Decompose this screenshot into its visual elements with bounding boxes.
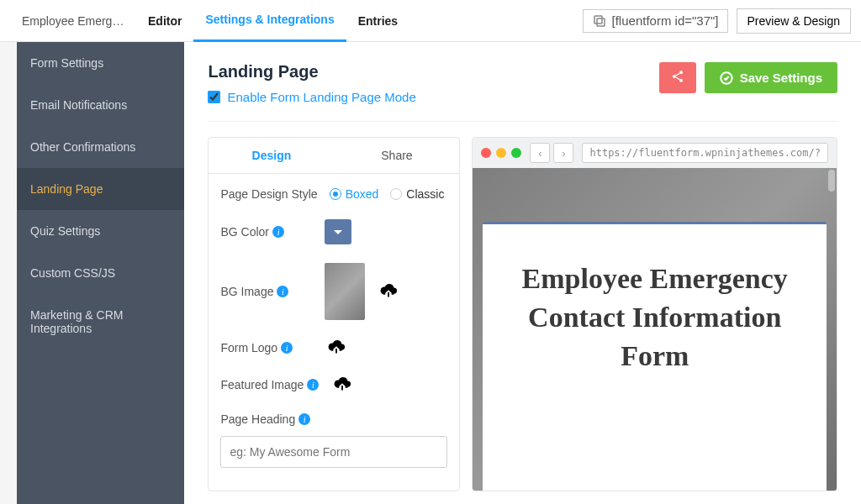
label-bg-color: BG Color i (220, 225, 313, 239)
url-bar[interactable]: https://fluentform.wpninjathemes.com/? (582, 143, 828, 163)
enable-landing-page-label: Enable Form Landing Page Mode (227, 90, 415, 104)
preview-card: Employee Emergency Contact Information F… (483, 222, 827, 491)
svg-point-4 (679, 79, 683, 82)
topbar: Employee Emergenc... Editor Settings & I… (0, 0, 861, 42)
label-page-heading: Page Heading i (220, 412, 447, 426)
traffic-yellow-icon (496, 148, 506, 158)
svg-point-2 (679, 71, 683, 74)
sidebar: Form Settings Email Notifications Other … (17, 42, 184, 504)
sidebar-item-other-confirmations[interactable]: Other Confirmations (17, 126, 184, 168)
svg-rect-0 (597, 18, 605, 26)
design-tab-share[interactable]: Share (334, 138, 459, 173)
svg-rect-1 (594, 16, 602, 24)
info-icon[interactable]: i (307, 379, 319, 391)
info-icon[interactable]: i (277, 286, 288, 297)
traffic-green-icon (511, 148, 521, 158)
traffic-red-icon (481, 148, 491, 158)
design-body: Page Design Style Boxed Classic (209, 174, 459, 481)
tab-editor[interactable]: Editor (136, 1, 193, 41)
radio-boxed-label: Boxed (346, 187, 379, 201)
browser-bar: ‹ › https://fluentform.wpninjathemes.com… (473, 138, 837, 168)
sidebar-item-marketing-crm[interactable]: Marketing & CRM Integrations (17, 294, 184, 349)
share-icon (671, 70, 684, 83)
label-page-design-style: Page Design Style (220, 187, 317, 201)
page-header: Landing Page Enable Form Landing Page Mo… (208, 62, 837, 122)
check-circle-icon (720, 71, 733, 85)
label-page-heading-text: Page Heading (220, 412, 295, 426)
design-tab-design[interactable]: Design (209, 138, 334, 173)
main: Form Settings Email Notifications Other … (0, 42, 861, 504)
field-bg-color: BG Color i (220, 219, 447, 244)
sidebar-item-quiz-settings[interactable]: Quiz Settings (17, 210, 184, 252)
style-radio-group: Boxed Classic (330, 187, 445, 201)
cloud-upload-icon[interactable] (377, 282, 400, 301)
field-page-design-style: Page Design Style Boxed Classic (220, 187, 447, 201)
copy-icon (592, 13, 607, 29)
nav-back-button[interactable]: ‹ (530, 143, 550, 163)
field-featured-image: Featured Image i (220, 375, 447, 394)
scrollbar[interactable] (828, 170, 835, 192)
tab-settings[interactable]: Settings & Integrations (193, 0, 346, 42)
radio-dot-icon (330, 188, 341, 200)
sidebar-item-email-notifications[interactable]: Email Notifications (17, 84, 184, 126)
enable-landing-page-row[interactable]: Enable Form Landing Page Mode (208, 90, 415, 104)
header-actions: Save Settings (659, 62, 837, 93)
bg-color-picker[interactable] (325, 219, 351, 244)
design-tabs: Design Share (209, 138, 459, 174)
label-bg-image: BG Image i (220, 285, 313, 298)
breadcrumb[interactable]: Employee Emergenc... (10, 14, 136, 28)
label-form-logo: Form Logo i (220, 341, 313, 354)
info-icon[interactable]: i (281, 342, 293, 354)
share-button[interactable] (659, 62, 696, 93)
label-featured-image-text: Featured Image (220, 378, 304, 391)
field-bg-image: BG Image i (220, 263, 447, 320)
svg-point-3 (673, 75, 676, 78)
radio-dot-icon (390, 188, 402, 200)
field-form-logo: Form Logo i (220, 339, 447, 357)
label-featured-image: Featured Image i (220, 378, 319, 391)
traffic-lights (481, 148, 521, 158)
preview-body: Employee Emergency Contact Information F… (473, 168, 837, 491)
label-form-logo-text: Form Logo (220, 341, 277, 354)
tab-entries[interactable]: Entries (346, 1, 409, 41)
topbar-right: [fluentform id="37"] Preview & Design (583, 8, 851, 34)
cloud-upload-icon[interactable] (325, 339, 348, 357)
save-settings-label: Save Settings (740, 71, 822, 85)
enable-landing-page-checkbox[interactable] (208, 91, 220, 103)
nav-forward-button[interactable]: › (553, 143, 573, 163)
cloud-upload-icon[interactable] (330, 375, 354, 394)
label-bg-image-text: BG Image (220, 285, 273, 298)
field-page-heading: Page Heading i (220, 412, 447, 468)
sidebar-item-landing-page[interactable]: Landing Page (17, 168, 184, 210)
preview-design-button[interactable]: Preview & Design (737, 8, 852, 34)
sidebar-item-custom-css-js[interactable]: Custom CSS/JS (17, 252, 184, 294)
radio-boxed[interactable]: Boxed (330, 187, 379, 201)
info-icon[interactable]: i (298, 413, 310, 425)
info-icon[interactable]: i (272, 226, 284, 238)
shortcode-text: [fluentform id="37"] (612, 13, 719, 28)
content: Landing Page Enable Form Landing Page Mo… (184, 42, 861, 504)
panel-row: Design Share Page Design Style Boxed (208, 137, 837, 491)
page-title: Landing Page (208, 62, 415, 81)
radio-classic-label: Classic (406, 187, 444, 201)
preview-form-heading: Employee Emergency Contact Information F… (510, 260, 800, 375)
nav-arrows: ‹ › (530, 143, 573, 163)
save-settings-button[interactable]: Save Settings (705, 62, 837, 93)
design-panel: Design Share Page Design Style Boxed (208, 137, 460, 491)
bg-image-thumbnail[interactable] (325, 263, 365, 320)
page-heading-input[interactable] (220, 436, 447, 468)
sidebar-item-form-settings[interactable]: Form Settings (17, 42, 184, 84)
shortcode-box[interactable]: [fluentform id="37"] (583, 9, 728, 33)
label-bg-color-text: BG Color (220, 225, 269, 239)
radio-classic[interactable]: Classic (390, 187, 444, 201)
topbar-left: Employee Emergenc... Editor Settings & I… (10, 0, 409, 42)
preview-panel: ‹ › https://fluentform.wpninjathemes.com… (472, 137, 837, 491)
page-header-left: Landing Page Enable Form Landing Page Mo… (208, 62, 415, 104)
